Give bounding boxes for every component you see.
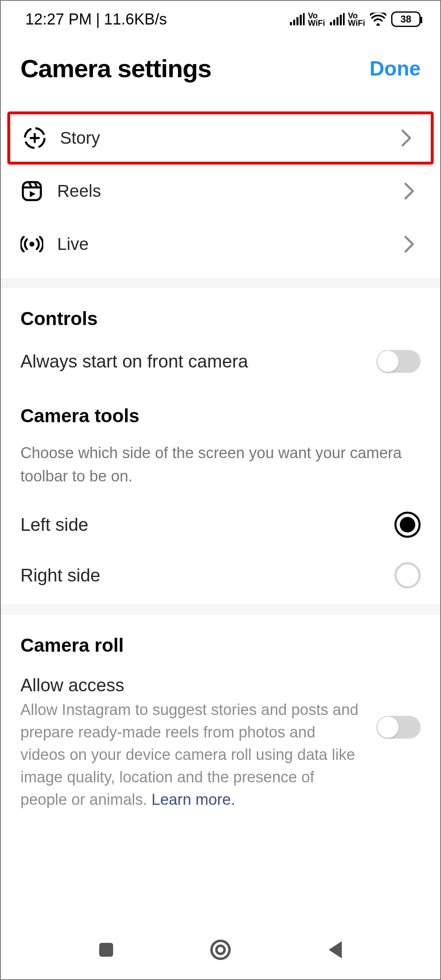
battery-level: 38 (401, 13, 412, 25)
svg-point-18 (29, 242, 34, 247)
chevron-right-icon (395, 127, 418, 149)
svg-rect-1 (293, 20, 295, 25)
back-button[interactable] (325, 940, 344, 962)
svg-rect-7 (336, 17, 339, 25)
wifi-icon (370, 13, 386, 26)
right-side-radio[interactable] (394, 562, 421, 588)
roll-title: Camera roll (1, 615, 440, 664)
front-camera-row[interactable]: Always start on front camera (1, 338, 440, 385)
story-icon (23, 127, 46, 149)
tools-desc: Choose which side of the screen you want… (1, 435, 440, 499)
nav-story[interactable]: Story (7, 111, 434, 165)
status-right: VoWiFi VoWiFi 38 (290, 11, 421, 27)
svg-rect-5 (330, 22, 332, 25)
front-camera-toggle[interactable] (376, 350, 421, 373)
tools-section: Camera tools Choose which side of the sc… (1, 385, 440, 601)
done-button[interactable]: Done (370, 57, 421, 80)
status-time: 12:27 PM (25, 11, 92, 28)
home-button[interactable] (209, 938, 232, 963)
svg-rect-2 (296, 17, 298, 25)
roll-section: Camera roll Allow access Allow Instagram… (1, 615, 440, 823)
status-bar: 12:27 PM | 11.6KB/s VoWiFi VoWiFi 38 (1, 1, 440, 38)
svg-point-21 (216, 946, 225, 954)
nav-story-label: Story (60, 128, 381, 148)
chevron-right-icon (398, 180, 421, 203)
vowifi-icon-2: VoWiFi (348, 12, 365, 27)
svg-rect-13 (23, 182, 41, 200)
status-speed: 11.6KB/s (104, 11, 167, 28)
svg-rect-3 (300, 15, 302, 25)
left-side-radio[interactable] (394, 512, 421, 538)
vowifi-icon: VoWiFi (308, 12, 325, 27)
section-break-2 (1, 605, 440, 615)
controls-section: Controls Always start on front camera (1, 288, 440, 385)
section-break (1, 278, 440, 288)
svg-rect-19 (99, 943, 113, 957)
svg-marker-17 (30, 191, 36, 197)
nav-live[interactable]: Live (1, 218, 440, 271)
live-icon (20, 233, 43, 256)
svg-rect-9 (343, 13, 345, 25)
nav-live-label: Live (57, 234, 384, 254)
allow-access-title: Allow access (20, 675, 364, 695)
left-side-label: Left side (20, 514, 382, 535)
front-camera-label: Always start on front camera (20, 351, 364, 372)
nav-reels[interactable]: Reels (1, 165, 440, 218)
page-title: Camera settings (20, 54, 211, 83)
status-left: 12:27 PM | 11.6KB/s (25, 11, 167, 28)
nav-section: Story Reels Live (1, 111, 440, 271)
svg-point-20 (212, 941, 229, 959)
signal-bars-icon-2 (330, 13, 345, 25)
learn-more-link[interactable]: Learn more. (151, 791, 235, 808)
chevron-right-icon (398, 233, 421, 256)
tools-title: Camera tools (1, 385, 440, 435)
right-side-row[interactable]: Right side (1, 550, 440, 601)
svg-rect-8 (340, 15, 342, 25)
status-separator: | (96, 11, 100, 28)
signal-bars-icon (290, 13, 305, 25)
right-side-label: Right side (20, 565, 382, 586)
left-side-row[interactable]: Left side (1, 499, 440, 550)
svg-rect-4 (303, 13, 305, 25)
controls-title: Controls (1, 288, 440, 338)
recent-apps-button[interactable] (97, 940, 116, 961)
reels-icon (20, 180, 43, 203)
svg-rect-6 (333, 20, 335, 25)
allow-access-toggle[interactable] (376, 716, 421, 739)
header: Camera settings Done (1, 38, 440, 111)
allow-access-row: Allow access Allow Instagram to suggest … (1, 664, 440, 823)
battery-icon: 38 (391, 11, 421, 27)
svg-marker-22 (329, 941, 342, 958)
allow-access-desc: Allow Instagram to suggest stories and p… (20, 699, 364, 811)
svg-rect-0 (290, 22, 292, 25)
android-nav (1, 922, 440, 979)
nav-reels-label: Reels (57, 181, 384, 201)
